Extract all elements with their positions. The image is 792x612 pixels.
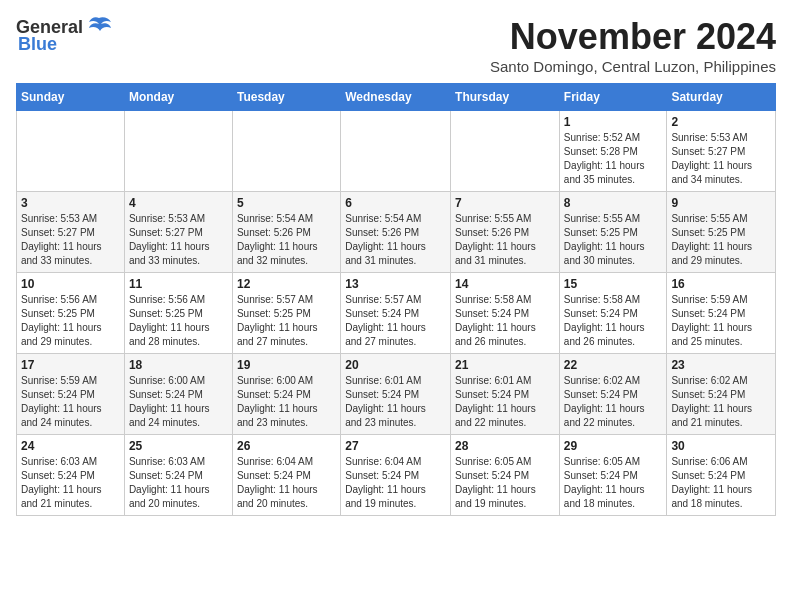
day-info: Sunrise: 5:57 AM Sunset: 5:24 PM Dayligh… — [345, 293, 446, 349]
day-number: 21 — [455, 358, 555, 372]
calendar-cell: 20Sunrise: 6:01 AM Sunset: 5:24 PM Dayli… — [341, 354, 451, 435]
day-number: 5 — [237, 196, 336, 210]
day-info: Sunrise: 5:54 AM Sunset: 5:26 PM Dayligh… — [345, 212, 446, 268]
calendar-cell: 14Sunrise: 5:58 AM Sunset: 5:24 PM Dayli… — [451, 273, 560, 354]
day-info: Sunrise: 6:00 AM Sunset: 5:24 PM Dayligh… — [129, 374, 228, 430]
day-info: Sunrise: 5:56 AM Sunset: 5:25 PM Dayligh… — [21, 293, 120, 349]
day-info: Sunrise: 6:05 AM Sunset: 5:24 PM Dayligh… — [564, 455, 663, 511]
calendar-cell: 23Sunrise: 6:02 AM Sunset: 5:24 PM Dayli… — [667, 354, 776, 435]
calendar-table: SundayMondayTuesdayWednesdayThursdayFrid… — [16, 83, 776, 516]
day-number: 4 — [129, 196, 228, 210]
calendar-cell: 10Sunrise: 5:56 AM Sunset: 5:25 PM Dayli… — [17, 273, 125, 354]
day-number: 7 — [455, 196, 555, 210]
day-info: Sunrise: 6:00 AM Sunset: 5:24 PM Dayligh… — [237, 374, 336, 430]
day-number: 23 — [671, 358, 771, 372]
title-area: November 2024 Santo Domingo, Central Luz… — [490, 16, 776, 75]
day-number: 2 — [671, 115, 771, 129]
calendar-cell: 13Sunrise: 5:57 AM Sunset: 5:24 PM Dayli… — [341, 273, 451, 354]
calendar-header-row: SundayMondayTuesdayWednesdayThursdayFrid… — [17, 84, 776, 111]
header-saturday: Saturday — [667, 84, 776, 111]
day-info: Sunrise: 5:56 AM Sunset: 5:25 PM Dayligh… — [129, 293, 228, 349]
day-number: 22 — [564, 358, 663, 372]
day-info: Sunrise: 6:03 AM Sunset: 5:24 PM Dayligh… — [129, 455, 228, 511]
header: General Blue November 2024 Santo Domingo… — [16, 16, 776, 75]
day-info: Sunrise: 5:58 AM Sunset: 5:24 PM Dayligh… — [564, 293, 663, 349]
calendar-cell: 30Sunrise: 6:06 AM Sunset: 5:24 PM Dayli… — [667, 435, 776, 516]
calendar-cell: 4Sunrise: 5:53 AM Sunset: 5:27 PM Daylig… — [124, 192, 232, 273]
calendar-cell: 21Sunrise: 6:01 AM Sunset: 5:24 PM Dayli… — [451, 354, 560, 435]
day-info: Sunrise: 6:02 AM Sunset: 5:24 PM Dayligh… — [671, 374, 771, 430]
day-number: 12 — [237, 277, 336, 291]
day-number: 14 — [455, 277, 555, 291]
calendar-cell: 6Sunrise: 5:54 AM Sunset: 5:26 PM Daylig… — [341, 192, 451, 273]
day-info: Sunrise: 6:05 AM Sunset: 5:24 PM Dayligh… — [455, 455, 555, 511]
month-title: November 2024 — [490, 16, 776, 58]
header-thursday: Thursday — [451, 84, 560, 111]
day-info: Sunrise: 6:01 AM Sunset: 5:24 PM Dayligh… — [455, 374, 555, 430]
calendar-cell: 18Sunrise: 6:00 AM Sunset: 5:24 PM Dayli… — [124, 354, 232, 435]
day-info: Sunrise: 6:03 AM Sunset: 5:24 PM Dayligh… — [21, 455, 120, 511]
day-info: Sunrise: 6:01 AM Sunset: 5:24 PM Dayligh… — [345, 374, 446, 430]
calendar-cell — [17, 111, 125, 192]
day-number: 25 — [129, 439, 228, 453]
day-info: Sunrise: 5:54 AM Sunset: 5:26 PM Dayligh… — [237, 212, 336, 268]
day-number: 15 — [564, 277, 663, 291]
day-info: Sunrise: 5:53 AM Sunset: 5:27 PM Dayligh… — [671, 131, 771, 187]
calendar-cell: 5Sunrise: 5:54 AM Sunset: 5:26 PM Daylig… — [232, 192, 340, 273]
calendar-cell: 12Sunrise: 5:57 AM Sunset: 5:25 PM Dayli… — [232, 273, 340, 354]
header-sunday: Sunday — [17, 84, 125, 111]
day-number: 28 — [455, 439, 555, 453]
calendar-cell — [341, 111, 451, 192]
day-number: 10 — [21, 277, 120, 291]
calendar-cell: 8Sunrise: 5:55 AM Sunset: 5:25 PM Daylig… — [559, 192, 667, 273]
calendar-cell: 3Sunrise: 5:53 AM Sunset: 5:27 PM Daylig… — [17, 192, 125, 273]
day-info: Sunrise: 5:55 AM Sunset: 5:25 PM Dayligh… — [671, 212, 771, 268]
calendar-cell: 9Sunrise: 5:55 AM Sunset: 5:25 PM Daylig… — [667, 192, 776, 273]
day-info: Sunrise: 5:53 AM Sunset: 5:27 PM Dayligh… — [21, 212, 120, 268]
location-title: Santo Domingo, Central Luzon, Philippine… — [490, 58, 776, 75]
day-number: 27 — [345, 439, 446, 453]
day-info: Sunrise: 6:04 AM Sunset: 5:24 PM Dayligh… — [237, 455, 336, 511]
day-info: Sunrise: 5:59 AM Sunset: 5:24 PM Dayligh… — [21, 374, 120, 430]
week-row-0: 1Sunrise: 5:52 AM Sunset: 5:28 PM Daylig… — [17, 111, 776, 192]
calendar-cell: 7Sunrise: 5:55 AM Sunset: 5:26 PM Daylig… — [451, 192, 560, 273]
calendar-cell: 17Sunrise: 5:59 AM Sunset: 5:24 PM Dayli… — [17, 354, 125, 435]
calendar-cell: 29Sunrise: 6:05 AM Sunset: 5:24 PM Dayli… — [559, 435, 667, 516]
day-number: 6 — [345, 196, 446, 210]
day-number: 16 — [671, 277, 771, 291]
day-number: 1 — [564, 115, 663, 129]
day-info: Sunrise: 6:06 AM Sunset: 5:24 PM Dayligh… — [671, 455, 771, 511]
day-number: 11 — [129, 277, 228, 291]
day-number: 13 — [345, 277, 446, 291]
logo: General Blue — [16, 16, 113, 55]
calendar-cell — [124, 111, 232, 192]
week-row-3: 17Sunrise: 5:59 AM Sunset: 5:24 PM Dayli… — [17, 354, 776, 435]
calendar-cell: 27Sunrise: 6:04 AM Sunset: 5:24 PM Dayli… — [341, 435, 451, 516]
calendar-cell: 28Sunrise: 6:05 AM Sunset: 5:24 PM Dayli… — [451, 435, 560, 516]
day-info: Sunrise: 5:55 AM Sunset: 5:26 PM Dayligh… — [455, 212, 555, 268]
calendar-cell: 19Sunrise: 6:00 AM Sunset: 5:24 PM Dayli… — [232, 354, 340, 435]
week-row-1: 3Sunrise: 5:53 AM Sunset: 5:27 PM Daylig… — [17, 192, 776, 273]
day-number: 9 — [671, 196, 771, 210]
header-monday: Monday — [124, 84, 232, 111]
day-info: Sunrise: 5:53 AM Sunset: 5:27 PM Dayligh… — [129, 212, 228, 268]
calendar-cell: 15Sunrise: 5:58 AM Sunset: 5:24 PM Dayli… — [559, 273, 667, 354]
day-number: 8 — [564, 196, 663, 210]
day-info: Sunrise: 6:04 AM Sunset: 5:24 PM Dayligh… — [345, 455, 446, 511]
header-tuesday: Tuesday — [232, 84, 340, 111]
day-number: 18 — [129, 358, 228, 372]
calendar-cell: 24Sunrise: 6:03 AM Sunset: 5:24 PM Dayli… — [17, 435, 125, 516]
calendar-cell — [232, 111, 340, 192]
week-row-4: 24Sunrise: 6:03 AM Sunset: 5:24 PM Dayli… — [17, 435, 776, 516]
day-info: Sunrise: 5:55 AM Sunset: 5:25 PM Dayligh… — [564, 212, 663, 268]
calendar-cell: 11Sunrise: 5:56 AM Sunset: 5:25 PM Dayli… — [124, 273, 232, 354]
day-info: Sunrise: 5:52 AM Sunset: 5:28 PM Dayligh… — [564, 131, 663, 187]
calendar-cell: 1Sunrise: 5:52 AM Sunset: 5:28 PM Daylig… — [559, 111, 667, 192]
calendar-cell: 16Sunrise: 5:59 AM Sunset: 5:24 PM Dayli… — [667, 273, 776, 354]
day-info: Sunrise: 5:57 AM Sunset: 5:25 PM Dayligh… — [237, 293, 336, 349]
day-number: 3 — [21, 196, 120, 210]
header-friday: Friday — [559, 84, 667, 111]
calendar-cell: 25Sunrise: 6:03 AM Sunset: 5:24 PM Dayli… — [124, 435, 232, 516]
calendar-cell: 2Sunrise: 5:53 AM Sunset: 5:27 PM Daylig… — [667, 111, 776, 192]
day-info: Sunrise: 5:59 AM Sunset: 5:24 PM Dayligh… — [671, 293, 771, 349]
